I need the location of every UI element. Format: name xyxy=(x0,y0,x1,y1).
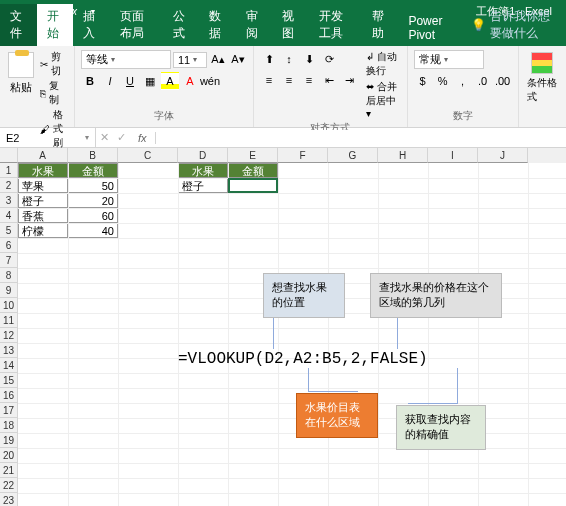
row-header-5[interactable]: 5 xyxy=(0,223,18,238)
cell-d1[interactable]: 水果 xyxy=(178,163,228,178)
col-header-I[interactable]: I xyxy=(428,148,478,163)
paste-button[interactable]: 粘贴 xyxy=(6,50,36,97)
worksheet[interactable]: 1234567891011121314151617181920212223242… xyxy=(0,148,566,506)
cell-b1[interactable]: 金额 xyxy=(68,163,118,178)
inc-decimal-icon[interactable]: .0 xyxy=(474,72,492,90)
formula-input[interactable] xyxy=(156,130,566,146)
tell-me[interactable]: 💡告诉我你想要做什么 xyxy=(463,4,566,46)
row-header-3[interactable]: 3 xyxy=(0,193,18,208)
dec-decimal-icon[interactable]: .00 xyxy=(494,72,512,90)
cancel-icon[interactable]: ✕ xyxy=(96,131,113,144)
num-label: 数字 xyxy=(414,109,512,123)
merge-button[interactable]: ⬌ 合并后居中 ▾ xyxy=(366,80,401,119)
align-top-icon[interactable]: ⬆ xyxy=(260,50,278,68)
tab-review[interactable]: 审阅 xyxy=(236,4,273,46)
numfmt-select[interactable]: 常规▾ xyxy=(414,50,484,69)
tab-layout[interactable]: 页面布局 xyxy=(110,4,163,46)
cell-a5[interactable]: 柠檬 xyxy=(18,223,68,238)
row-header-22[interactable]: 22 xyxy=(0,478,18,493)
bold-button[interactable]: B xyxy=(81,72,99,90)
font-color-button[interactable]: A xyxy=(181,72,199,90)
row-header-4[interactable]: 4 xyxy=(0,208,18,223)
wrap-button[interactable]: ↲ 自动换行 xyxy=(366,50,401,78)
row-header-2[interactable]: 2 xyxy=(0,178,18,193)
row-header-15[interactable]: 15 xyxy=(0,373,18,388)
tab-formulas[interactable]: 公式 xyxy=(163,4,200,46)
copy-button[interactable]: ⎘复制 xyxy=(40,79,68,107)
row-header-19[interactable]: 19 xyxy=(0,433,18,448)
row-header-11[interactable]: 11 xyxy=(0,313,18,328)
tab-power[interactable]: Power Pivot xyxy=(398,10,462,46)
enter-icon[interactable]: ✓ xyxy=(113,131,130,144)
tab-file[interactable]: 文件 xyxy=(0,4,37,46)
grow-font-icon[interactable]: A▴ xyxy=(209,51,227,69)
col-header-H[interactable]: H xyxy=(378,148,428,163)
select-all-corner[interactable] xyxy=(0,148,18,163)
border-button[interactable]: ▦ xyxy=(141,72,159,90)
col-header-B[interactable]: B xyxy=(68,148,118,163)
fill-color-button[interactable]: A xyxy=(161,72,179,90)
cell-a4[interactable]: 香蕉 xyxy=(18,208,68,223)
row-header-13[interactable]: 13 xyxy=(0,343,18,358)
col-header-J[interactable]: J xyxy=(478,148,528,163)
tab-data[interactable]: 数据 xyxy=(199,4,236,46)
italic-button[interactable]: I xyxy=(101,72,119,90)
col-header-C[interactable]: C xyxy=(118,148,178,163)
tab-help[interactable]: 帮助 xyxy=(362,4,399,46)
cell-b3[interactable]: 20 xyxy=(68,193,118,208)
row-header-12[interactable]: 12 xyxy=(0,328,18,343)
row-header-7[interactable]: 7 xyxy=(0,253,18,268)
row-header-23[interactable]: 23 xyxy=(0,493,18,506)
cell-d2[interactable]: 橙子 xyxy=(178,178,228,193)
row-header-16[interactable]: 16 xyxy=(0,388,18,403)
name-box[interactable]: E2▾ xyxy=(0,128,96,147)
currency-icon[interactable]: $ xyxy=(414,72,432,90)
row-header-1[interactable]: 1 xyxy=(0,163,18,178)
underline-button[interactable]: U xyxy=(121,72,139,90)
align-center-icon[interactable]: ≡ xyxy=(280,71,298,89)
row-header-9[interactable]: 9 xyxy=(0,283,18,298)
cell-b5[interactable]: 40 xyxy=(68,223,118,238)
align-left-icon[interactable]: ≡ xyxy=(260,71,278,89)
col-header-G[interactable]: G xyxy=(328,148,378,163)
cell-e1[interactable]: 金额 xyxy=(228,163,278,178)
percent-icon[interactable]: % xyxy=(434,72,452,90)
orientation-icon[interactable]: ⟳ xyxy=(320,50,338,68)
tab-dev[interactable]: 开发工具 xyxy=(309,4,362,46)
shrink-font-icon[interactable]: A▾ xyxy=(229,51,247,69)
phonetic-button[interactable]: wén xyxy=(201,72,219,90)
indent-inc-icon[interactable]: ⇥ xyxy=(340,71,358,89)
row-header-14[interactable]: 14 xyxy=(0,358,18,373)
fx-icon[interactable]: fx xyxy=(130,132,156,144)
cell-a2[interactable]: 苹果 xyxy=(18,178,68,193)
row-header-6[interactable]: 6 xyxy=(0,238,18,253)
col-header-D[interactable]: D xyxy=(178,148,228,163)
col-header-A[interactable]: A xyxy=(18,148,68,163)
indent-dec-icon[interactable]: ⇤ xyxy=(320,71,338,89)
cell-b4[interactable]: 60 xyxy=(68,208,118,223)
font-size-select[interactable]: 11▾ xyxy=(173,52,207,68)
row-header-21[interactable]: 21 xyxy=(0,463,18,478)
row-header-10[interactable]: 10 xyxy=(0,298,18,313)
cell-a1[interactable]: 水果 xyxy=(18,163,68,178)
tab-home[interactable]: 开始 xyxy=(37,4,74,46)
row-header-18[interactable]: 18 xyxy=(0,418,18,433)
align-bot-icon[interactable]: ⬇ xyxy=(300,50,318,68)
comma-icon[interactable]: , xyxy=(454,72,472,90)
align-mid-icon[interactable]: ↕ xyxy=(280,50,298,68)
cut-button[interactable]: ✂剪切 xyxy=(40,50,68,78)
cell-a3[interactable]: 橙子 xyxy=(18,193,68,208)
row-header-17[interactable]: 17 xyxy=(0,403,18,418)
col-header-E[interactable]: E xyxy=(228,148,278,163)
connector xyxy=(408,368,458,404)
tab-insert[interactable]: 插入 xyxy=(73,4,110,46)
font-name-select[interactable]: 等线▾ xyxy=(81,50,171,69)
row-header-8[interactable]: 8 xyxy=(0,268,18,283)
tab-view[interactable]: 视图 xyxy=(272,4,309,46)
condfmt-button[interactable]: 条件格式 xyxy=(525,50,560,106)
row-header-20[interactable]: 20 xyxy=(0,448,18,463)
cell-e2-selected[interactable] xyxy=(228,178,278,193)
col-header-F[interactable]: F xyxy=(278,148,328,163)
cell-b2[interactable]: 50 xyxy=(68,178,118,193)
align-right-icon[interactable]: ≡ xyxy=(300,71,318,89)
